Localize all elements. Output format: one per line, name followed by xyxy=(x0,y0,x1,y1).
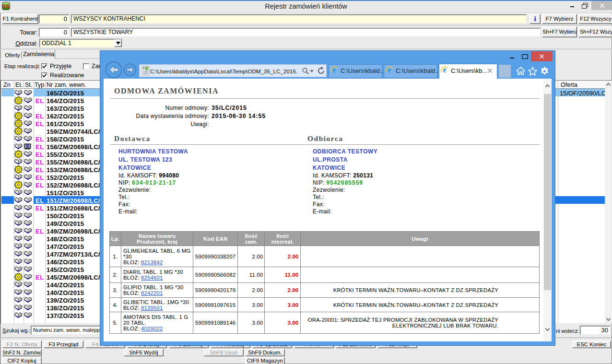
svg-text:e: e xyxy=(332,66,336,74)
svg-text:e: e xyxy=(388,66,391,74)
svg-text:e: e xyxy=(443,66,446,74)
